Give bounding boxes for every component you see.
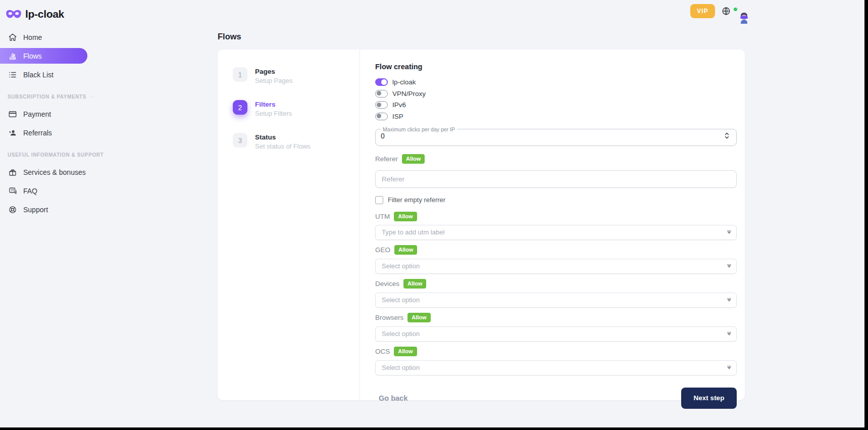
utm-label: UTM <box>375 213 390 220</box>
form-footer: Go back Next step <box>375 388 737 409</box>
wizard-steps: 1 Pages Setup Pages 2 Filters Setup Filt… <box>218 50 360 400</box>
filter-empty-referrer-row[interactable]: Filter empty referrer <box>375 196 737 204</box>
sidebar-item-flows[interactable]: Flows <box>0 48 87 64</box>
utm-allow-badge[interactable]: Allow <box>394 212 417 221</box>
viewport: lp-cloak Home Flows Black List <box>0 0 864 427</box>
stepper-up-down-icon[interactable] <box>725 132 730 139</box>
sidebar-item-services-bonuses[interactable]: Services & bonuses <box>0 164 101 180</box>
sidebar-item-payment[interactable]: Payment <box>0 106 101 122</box>
toggle-label: IPv6 <box>392 101 406 109</box>
step-subtitle: Setup Pages <box>255 77 292 84</box>
gift-icon <box>8 167 17 177</box>
toggle-switch[interactable] <box>375 90 388 98</box>
app-root: lp-cloak Home Flows Black List <box>0 0 868 430</box>
browsers-label-row: Browsers Allow <box>375 313 737 322</box>
form-title: Flow creating <box>375 63 737 71</box>
sidebar-item-label: Referrals <box>23 129 52 137</box>
max-clicks-field: Maximum clicks per day per IP <box>375 126 737 146</box>
mask-logo-icon <box>6 9 21 20</box>
topbar-actions: VIP <box>690 4 737 18</box>
toggle-switch[interactable] <box>375 113 388 120</box>
faq-bubble-icon: ?! <box>8 186 17 196</box>
utm-input-wrap <box>375 225 737 240</box>
geo-select-wrap: Select option <box>375 259 737 274</box>
devices-select[interactable]: Select option <box>375 293 737 308</box>
sidebar-nav: Home Flows Black List SUBSCRIPTION & PAY… <box>0 29 101 217</box>
devices-label: Devices <box>375 280 399 288</box>
devices-label-row: Devices Allow <box>375 279 737 289</box>
step-title: Pages <box>255 67 292 75</box>
step-pages[interactable]: 1 Pages Setup Pages <box>233 67 360 84</box>
ocs-select-wrap: Select option <box>375 360 737 375</box>
ocs-label-row: OCS Allow <box>375 347 737 356</box>
step-status[interactable]: 3 Status Set status of Flows <box>233 133 360 150</box>
geo-allow-badge[interactable]: Allow <box>394 245 417 255</box>
step-title: Status <box>255 133 311 141</box>
sidebar-item-home[interactable]: Home <box>0 29 101 45</box>
payment-card-icon <box>8 109 17 119</box>
sidebar-item-label: Black List <box>23 71 54 79</box>
referer-label-row: Referer Allow <box>375 154 737 164</box>
sidebar-item-faq[interactable]: ?! FAQ <box>0 183 101 199</box>
sidebar-item-referrals[interactable]: Referrals <box>0 125 101 140</box>
utm-input[interactable] <box>375 225 737 240</box>
browsers-allow-badge[interactable]: Allow <box>407 313 430 322</box>
toggle-switch[interactable] <box>375 78 388 86</box>
globe-icon[interactable] <box>722 7 731 16</box>
sidebar-section-label: USEFUL INFORMATION & SUPPORT <box>8 152 95 158</box>
svg-text:?!: ?! <box>11 188 14 192</box>
ocs-label: OCS <box>375 348 390 355</box>
toggle-label: lp-cloak <box>392 78 416 86</box>
blacklist-icon <box>8 70 17 79</box>
go-back-link[interactable]: Go back <box>379 394 407 402</box>
step-number: 3 <box>233 133 247 148</box>
checkbox-label: Filter empty referrer <box>388 196 445 204</box>
step-title: Filters <box>255 100 292 108</box>
step-filters[interactable]: 2 Filters Setup Filters <box>233 100 360 117</box>
toggle-label: ISP <box>392 113 403 120</box>
sidebar-item-support[interactable]: Support <box>0 202 101 217</box>
ocs-select[interactable]: Select option <box>375 360 737 375</box>
step-subtitle: Set status of Flows <box>255 142 311 150</box>
ocs-allow-badge[interactable]: Allow <box>394 347 417 356</box>
browsers-label: Browsers <box>375 314 403 321</box>
devices-allow-badge[interactable]: Allow <box>403 279 426 289</box>
toggle-lp-cloak[interactable]: lp-cloak <box>375 78 737 86</box>
referer-input[interactable] <box>375 170 737 188</box>
sidebar-item-label: Payment <box>23 110 51 118</box>
filter-empty-referrer-checkbox[interactable] <box>375 196 383 204</box>
toggle-switch[interactable] <box>375 101 388 109</box>
geo-select[interactable]: Select option <box>375 259 737 274</box>
referer-allow-badge[interactable]: Allow <box>402 154 425 164</box>
brand-name: lp-cloak <box>25 8 64 20</box>
toggle-vpn-proxy[interactable]: VPN/Proxy <box>375 90 737 98</box>
max-clicks-input[interactable] <box>381 132 709 140</box>
sidebar-item-label: Flows <box>23 52 42 60</box>
referrals-person-icon <box>8 128 17 137</box>
step-number: 1 <box>233 67 247 82</box>
sidebar: lp-cloak Home Flows Black List <box>0 0 101 427</box>
sidebar-item-label: Support <box>23 206 48 214</box>
page-title: Flows <box>218 32 241 41</box>
step-subtitle: Setup Filters <box>255 110 292 117</box>
geo-label-row: GEO Allow <box>375 245 737 255</box>
browsers-select[interactable]: Select option <box>375 326 737 342</box>
vip-button[interactable]: VIP <box>690 4 715 18</box>
sidebar-section-label: SUBSCRIPTION & PAYMENTS <box>8 93 95 100</box>
brand-logo[interactable]: lp-cloak <box>0 0 101 22</box>
devices-select-wrap: Select option <box>375 293 737 308</box>
geo-label: GEO <box>375 246 390 254</box>
toggle-isp[interactable]: ISP <box>375 113 737 120</box>
toggle-ipv6[interactable]: IPv6 <box>375 101 737 109</box>
toggle-label: VPN/Proxy <box>392 90 426 98</box>
sidebar-item-black-list[interactable]: Black List <box>0 67 101 82</box>
referer-label: Referer <box>375 155 398 163</box>
utm-label-row: UTM Allow <box>375 212 737 221</box>
flows-stack-icon <box>8 51 17 61</box>
sidebar-item-label: FAQ <box>23 187 37 195</box>
step-number: 2 <box>233 100 247 115</box>
flow-wizard-card: 1 Pages Setup Pages 2 Filters Setup Filt… <box>218 50 745 400</box>
next-step-button[interactable]: Next step <box>681 388 737 409</box>
home-icon <box>8 32 17 42</box>
sidebar-item-label: Services & bonuses <box>23 168 86 176</box>
